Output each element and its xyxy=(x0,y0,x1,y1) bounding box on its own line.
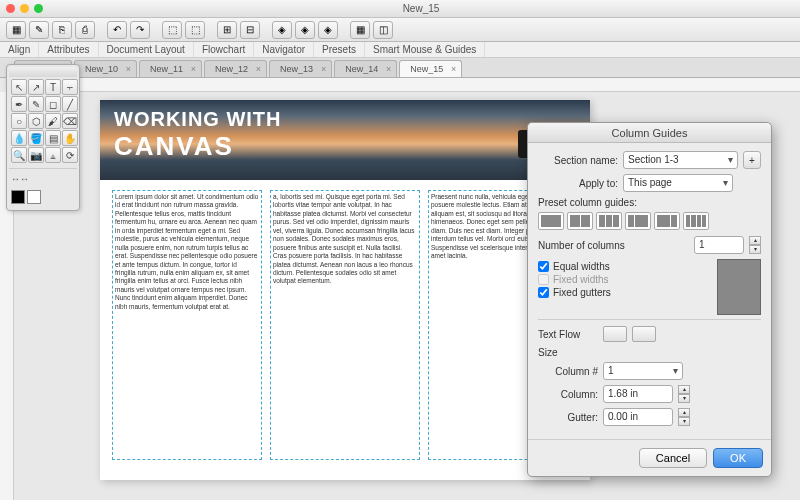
camera-tool-icon[interactable]: 📷 xyxy=(28,147,44,163)
doc-tab-active[interactable]: New_15 xyxy=(399,60,462,77)
brush-tool-icon[interactable]: 🖌 xyxy=(45,113,61,129)
doc-tab[interactable]: New_11 xyxy=(139,60,202,77)
stroke-swatch[interactable] xyxy=(11,190,25,204)
direct-select-tool-icon[interactable]: ↗ xyxy=(28,79,44,95)
att-tab-attributes[interactable]: Attributes xyxy=(39,42,98,57)
preset-column-guides xyxy=(538,212,761,230)
line-tool-icon[interactable]: ╱ xyxy=(62,96,78,112)
minimize-window[interactable] xyxy=(20,4,29,13)
dialog-title: Column Guides xyxy=(528,123,771,143)
preset-3col[interactable] xyxy=(596,212,622,230)
zoom-window[interactable] xyxy=(34,4,43,13)
fill-tool-icon[interactable]: 🪣 xyxy=(28,130,44,146)
attribute-tabs: Align Attributes Document Layout Flowcha… xyxy=(0,42,800,58)
horizontal-ruler[interactable] xyxy=(14,78,800,92)
pencil-tool-icon[interactable]: ✎ xyxy=(28,96,44,112)
preset-1col[interactable] xyxy=(538,212,564,230)
section-name-label: Section name: xyxy=(538,155,618,166)
fill-swatch[interactable] xyxy=(27,190,41,204)
toolbar-btn[interactable]: ⊟ xyxy=(240,21,260,39)
preset-2col-left[interactable] xyxy=(625,212,651,230)
column-width-field[interactable]: 1.68 in xyxy=(603,385,673,403)
column-guides-dialog: Column Guides Section name: Section 1-3 … xyxy=(527,122,772,477)
preset-2col[interactable] xyxy=(567,212,593,230)
ok-button[interactable]: OK xyxy=(713,448,763,468)
ellipse-tool-icon[interactable]: ○ xyxy=(11,113,27,129)
text-columns: Lorem ipsum dolor sit amet. Ut condiment… xyxy=(100,180,590,470)
add-section-button[interactable]: + xyxy=(743,151,761,169)
close-window[interactable] xyxy=(6,4,15,13)
titlebar: New_15 xyxy=(0,0,800,18)
document-canvas[interactable]: WORKING WITH CANVAS Lorem ipsum dolor si… xyxy=(100,100,590,480)
toolbar-btn[interactable]: ⎙ xyxy=(75,21,95,39)
toolbar-btn[interactable]: ⬚ xyxy=(162,21,182,39)
text-flow-rtl-button[interactable] xyxy=(632,326,656,342)
size-label: Size xyxy=(538,347,761,358)
att-tab-align[interactable]: Align xyxy=(0,42,39,57)
rotate-tool-icon[interactable]: ⟳ xyxy=(62,147,78,163)
zoom-tool-icon[interactable]: 🔍 xyxy=(11,147,27,163)
doc-tab[interactable]: New_14 xyxy=(334,60,397,77)
preset-4col[interactable] xyxy=(683,212,709,230)
apply-to-select[interactable]: This page xyxy=(623,174,733,192)
toolbar-btn[interactable]: ⎘ xyxy=(52,21,72,39)
att-tab-navigator[interactable]: Navigator xyxy=(254,42,314,57)
column-num-select[interactable]: 1 xyxy=(603,362,683,380)
doc-tab[interactable]: New_12 xyxy=(204,60,267,77)
toolbar-btn[interactable]: ↶ xyxy=(107,21,127,39)
att-tab-presets[interactable]: Presets xyxy=(314,42,365,57)
column-2[interactable]: a, lobortis sed mi. Quisque eget porta m… xyxy=(270,190,420,460)
palette-header[interactable] xyxy=(9,67,77,77)
toolbar-btn[interactable]: ◈ xyxy=(272,21,292,39)
toolbar-btn[interactable]: ▦ xyxy=(6,21,26,39)
section-name-select[interactable]: Section 1-3 xyxy=(623,151,738,169)
column-width-stepper[interactable]: ▴▾ xyxy=(678,385,690,403)
gutter-stepper[interactable]: ▴▾ xyxy=(678,408,690,426)
text-frame-tool-icon[interactable]: ⫟ xyxy=(62,79,78,95)
toolbar-btn[interactable]: ⊞ xyxy=(217,21,237,39)
selection-tool-icon[interactable]: ↖ xyxy=(11,79,27,95)
eyedropper-tool-icon[interactable]: 💧 xyxy=(11,130,27,146)
doc-tab[interactable]: New_13 xyxy=(269,60,332,77)
toolbar-btn[interactable]: ↷ xyxy=(130,21,150,39)
text-flow-label: Text Flow xyxy=(538,329,598,340)
toolbar-btn[interactable]: ⬚ xyxy=(185,21,205,39)
att-tab-flowchart[interactable]: Flowchart xyxy=(194,42,254,57)
polygon-tool-icon[interactable]: ⬡ xyxy=(28,113,44,129)
apply-to-label: Apply to: xyxy=(538,178,618,189)
toolbar-btn[interactable]: ▦ xyxy=(350,21,370,39)
eraser-tool-icon[interactable]: ⌫ xyxy=(62,113,78,129)
window-title: New_15 xyxy=(48,3,794,14)
toolbar-btn[interactable]: ◫ xyxy=(373,21,393,39)
banner-heading2: CANVAS xyxy=(114,131,576,162)
gutter-label: Gutter: xyxy=(538,412,598,423)
hand-tool-icon[interactable]: ✋ xyxy=(62,130,78,146)
fixed-widths-checkbox[interactable]: Fixed widths xyxy=(538,274,701,285)
num-columns-field[interactable]: 1 xyxy=(694,236,744,254)
pen-tool-icon[interactable]: ✒ xyxy=(11,96,27,112)
text-flow-ltr-button[interactable] xyxy=(603,326,627,342)
preset-label: Preset column guides: xyxy=(538,197,761,208)
att-tab-doclayout[interactable]: Document Layout xyxy=(99,42,194,57)
cancel-button[interactable]: Cancel xyxy=(639,448,707,468)
main-toolbar: ▦ ✎ ⎘ ⎙ ↶ ↷ ⬚ ⬚ ⊞ ⊟ ◈ ◈ ◈ ▦ ◫ xyxy=(0,18,800,42)
toolbar-btn[interactable]: ◈ xyxy=(318,21,338,39)
column-1[interactable]: Lorem ipsum dolor sit amet. Ut condiment… xyxy=(112,190,262,460)
equal-widths-checkbox[interactable]: Equal widths xyxy=(538,261,701,272)
tools-palette[interactable]: ↖ ↗ T ⫟ ✒ ✎ ◻ ╱ ○ ⬡ 🖌 ⌫ 💧 🪣 ▤ ✋ 🔍 📷 ⟁ ⟳ … xyxy=(6,64,80,211)
toolbar-btn[interactable]: ◈ xyxy=(295,21,315,39)
toolbar-btn[interactable]: ✎ xyxy=(29,21,49,39)
crop-tool-icon[interactable]: ⟁ xyxy=(45,147,61,163)
document-tabs: New_9 New_10 New_11 New_12 New_13 New_14… xyxy=(0,58,800,78)
gutter-field[interactable]: 0.00 in xyxy=(603,408,673,426)
num-columns-stepper[interactable]: ▴▾ xyxy=(749,236,761,254)
num-columns-label: Number of columns xyxy=(538,240,625,251)
shape-tool-icon[interactable]: ◻ xyxy=(45,96,61,112)
gradient-tool-icon[interactable]: ▤ xyxy=(45,130,61,146)
text-tool-icon[interactable]: T xyxy=(45,79,61,95)
fixed-gutters-checkbox[interactable]: Fixed gutters xyxy=(538,287,701,298)
preset-2col-right[interactable] xyxy=(654,212,680,230)
att-tab-smartmouse[interactable]: Smart Mouse & Guides xyxy=(365,42,485,57)
doc-tab[interactable]: New_10 xyxy=(74,60,137,77)
banner-heading1: WORKING WITH xyxy=(114,108,576,131)
